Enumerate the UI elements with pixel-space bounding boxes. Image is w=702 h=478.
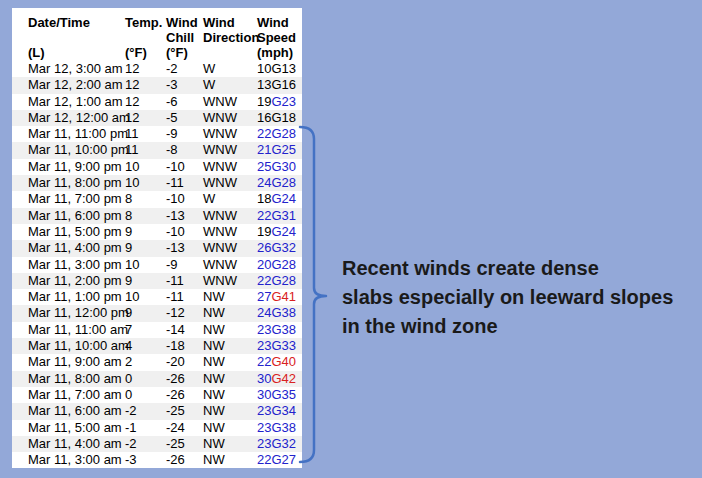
cell-wind-direction: NW: [203, 436, 257, 452]
cell-datetime: Mar 11, 7:00 am: [28, 387, 125, 403]
wind-speed-gust: G18: [271, 110, 296, 125]
cell-datetime: Mar 11, 12:00 pm: [28, 305, 125, 321]
cell-datetime: Mar 11, 10:00 am: [28, 338, 125, 354]
wind-speed-gust: G32: [271, 240, 296, 255]
wind-speed-gust: G32: [271, 436, 296, 451]
table-row: Mar 12, 3:00 am12-2W10G13: [12, 61, 302, 77]
wind-speed-gust: G35: [271, 387, 296, 402]
cell-wind-direction: NW: [203, 354, 257, 370]
slide-background: Date/Time (L) Temp. (°F) Wind Chill (°F)…: [0, 0, 702, 478]
cell-temp: 12: [125, 77, 166, 93]
cell-temp: 7: [125, 322, 166, 338]
cell-datetime: Mar 11, 4:00 am: [28, 436, 125, 452]
wind-speed-gust: G40: [271, 354, 296, 369]
cell-wind-chill: -2: [166, 61, 203, 77]
table-row: Mar 11, 9:00 am2-20NW22G40: [12, 354, 302, 370]
cell-wind-direction: NW: [203, 289, 257, 305]
cell-wind-direction: NW: [203, 420, 257, 436]
cell-temp: -3: [125, 452, 166, 468]
table-row: Mar 11, 10:00 am4-18NW23G33: [12, 338, 302, 354]
cell-datetime: Mar 11, 4:00 pm: [28, 240, 125, 256]
table-row: Mar 11, 5:00 pm9-10WNW19G24: [12, 224, 302, 240]
cell-wind-chill: -11: [166, 289, 203, 305]
table-row: Mar 11, 1:00 pm10-11NW27G41: [12, 289, 302, 305]
wind-speed-gust: G23: [271, 94, 296, 109]
cell-datetime: Mar 11, 11:00 pm: [28, 126, 125, 142]
cell-wind-direction: W: [203, 77, 257, 93]
cell-temp: 2: [125, 354, 166, 370]
table-row: Mar 11, 3:00 am-3-26NW22G27: [12, 452, 302, 468]
cell-wind-direction: WNW: [203, 126, 257, 142]
cell-wind-chill: -11: [166, 175, 203, 191]
cell-wind-direction: NW: [203, 403, 257, 419]
table-row: Mar 11, 4:00 am-2-25NW23G32: [12, 436, 302, 452]
cell-wind-chill: -26: [166, 371, 203, 387]
cell-temp: 9: [125, 240, 166, 256]
wind-speed-sustained: 25: [257, 159, 271, 174]
cell-wind-direction: WNW: [203, 257, 257, 273]
cell-datetime: Mar 11, 1:00 pm: [28, 289, 125, 305]
wind-speed-gust: G34: [271, 403, 296, 418]
cell-wind-chill: -13: [166, 240, 203, 256]
cell-temp: 12: [125, 61, 166, 77]
table-row: Mar 11, 2:00 pm9-11WNW22G28: [12, 273, 302, 289]
wind-speed-sustained: 19: [257, 224, 271, 239]
cell-datetime: Mar 11, 3:00 pm: [28, 257, 125, 273]
table-row: Mar 11, 4:00 pm9-13WNW26G32: [12, 240, 302, 256]
table-row: Mar 12, 2:00 am12-3W13G16: [12, 77, 302, 93]
wind-speed-sustained: 22: [257, 273, 271, 288]
table-row: Mar 11, 8:00 am0-26NW30G42: [12, 371, 302, 387]
wind-speed-sustained: 30: [257, 387, 271, 402]
wind-speed-sustained: 18: [257, 191, 271, 206]
wind-speed-sustained: 22: [257, 452, 271, 467]
cell-temp: 9: [125, 305, 166, 321]
annotation-line: Recent winds create dense: [342, 254, 673, 283]
column-header-wind-chill: Wind Chill (°F): [166, 15, 203, 60]
table-row: Mar 11, 6:00 am-2-25NW23G34: [12, 403, 302, 419]
cell-temp: -2: [125, 436, 166, 452]
cell-wind-direction: NW: [203, 371, 257, 387]
cell-wind-chill: -20: [166, 354, 203, 370]
wind-speed-gust: G41: [271, 289, 296, 304]
cell-wind-direction: NW: [203, 452, 257, 468]
wind-speed-gust: G28: [271, 126, 296, 141]
cell-wind-chill: -3: [166, 77, 203, 93]
wind-speed-gust: G38: [271, 420, 296, 435]
cell-temp: 11: [125, 142, 166, 158]
cell-datetime: Mar 11, 9:00 pm: [28, 159, 125, 175]
cell-wind-direction: WNW: [203, 273, 257, 289]
column-header-wind-speed: Wind Speed (mph): [257, 15, 302, 60]
cell-wind-chill: -13: [166, 208, 203, 224]
cell-wind-direction: WNW: [203, 159, 257, 175]
wind-speed-gust: G27: [271, 452, 296, 467]
wind-speed-gust: G38: [271, 305, 296, 320]
cell-datetime: Mar 11, 6:00 pm: [28, 208, 125, 224]
cell-wind-chill: -10: [166, 159, 203, 175]
cell-wind-chill: -5: [166, 110, 203, 126]
weather-observations-table: Date/Time (L) Temp. (°F) Wind Chill (°F)…: [12, 8, 302, 468]
cell-wind-speed: 19G23: [257, 94, 302, 110]
cell-wind-chill: -24: [166, 420, 203, 436]
wind-speed-gust: G24: [271, 191, 296, 206]
annotation-line: slabs especially on leeward slopes: [342, 283, 673, 312]
table-row: Mar 11, 8:00 pm10-11WNW24G28: [12, 175, 302, 191]
table-body: Mar 12, 3:00 am12-2W10G13 Mar 12, 2:00 a…: [12, 61, 302, 468]
cell-wind-direction: NW: [203, 322, 257, 338]
cell-wind-chill: -10: [166, 191, 203, 207]
cell-wind-direction: WNW: [203, 175, 257, 191]
cell-wind-direction: NW: [203, 305, 257, 321]
cell-wind-direction: WNW: [203, 94, 257, 110]
highlight-brace: [294, 118, 334, 470]
annotation-line: in the wind zone: [342, 312, 673, 341]
cell-temp: 10: [125, 257, 166, 273]
cell-temp: 0: [125, 387, 166, 403]
cell-wind-chill: -12: [166, 305, 203, 321]
wind-speed-gust: G33: [271, 338, 296, 353]
cell-wind-chill: -10: [166, 224, 203, 240]
wind-speed-sustained: 22: [257, 208, 271, 223]
cell-datetime: Mar 12, 1:00 am: [28, 94, 125, 110]
wind-speed-sustained: 23: [257, 403, 271, 418]
cell-temp: 11: [125, 126, 166, 142]
wind-speed-sustained: 21: [257, 142, 271, 157]
cell-wind-direction: WNW: [203, 142, 257, 158]
